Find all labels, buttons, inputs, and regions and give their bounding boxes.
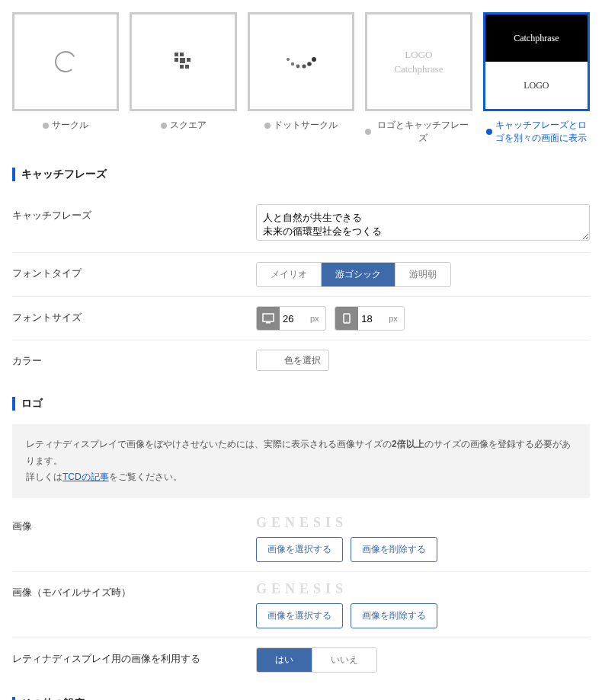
- catchphrase-color-label: カラー: [12, 350, 256, 368]
- layout-option-circle[interactable]: サークル: [12, 12, 119, 145]
- layout-preview-split: Catchphrase LOGO: [483, 12, 590, 111]
- logo-select-button[interactable]: 画像を選択する: [256, 537, 343, 562]
- layout-label-logo-catchphrase: ロゴとキャッチフレーズ: [374, 119, 472, 145]
- preview-split-top: Catchphrase: [485, 14, 588, 62]
- layout-label-split: キャッチフレーズとロゴを別々の画面に表示: [495, 119, 587, 145]
- svg-point-10: [296, 65, 300, 69]
- preview-logo-bottom: Catchphrase: [394, 62, 443, 77]
- field-font-size: フォントサイズ px px: [12, 297, 590, 340]
- font-size-desktop-group: px: [256, 306, 326, 331]
- catchphrase-color-button-label: 色を選択: [277, 354, 328, 367]
- logo-delete-button[interactable]: 画像を削除する: [351, 537, 437, 562]
- logo-mobile-select-button[interactable]: 画像を選択する: [256, 603, 343, 628]
- logo-mobile-delete-button[interactable]: 画像を削除する: [351, 603, 437, 628]
- field-logo-image: 画像 GENESIS 画像を選択する 画像を削除する: [12, 506, 590, 572]
- field-font-type: フォントタイプ メイリオ 游ゴシック 游明朝: [12, 253, 590, 297]
- font-type-yugothic[interactable]: 游ゴシック: [322, 263, 395, 286]
- logo-image-mobile-preview: GENESIS: [256, 581, 590, 597]
- svg-point-13: [312, 57, 316, 62]
- svg-rect-4: [180, 58, 185, 63]
- catchphrase-textarea[interactable]: 人と自然が共生できる 未来の循環型社会をつくる: [256, 204, 590, 241]
- layout-option-square[interactable]: スクエア: [130, 12, 236, 145]
- mobile-icon: [335, 307, 358, 330]
- layout-option-dot-circle[interactable]: ドットサークル: [248, 12, 354, 145]
- font-size-mobile-group: px: [335, 306, 405, 331]
- field-catchphrase-text: キャッチフレーズ 人と自然が共生できる 未来の循環型社会をつくる: [12, 195, 590, 253]
- size-unit-1: px: [310, 314, 325, 323]
- svg-rect-14: [263, 314, 274, 321]
- section-header-catchphrase: キャッチフレーズ: [12, 168, 590, 181]
- svg-point-9: [291, 62, 294, 66]
- section-header-logo: ロゴ: [12, 397, 590, 411]
- svg-rect-2: [180, 53, 184, 56]
- preview-split-bottom: LOGO: [485, 62, 588, 109]
- layout-preview-logo-catchphrase: LOGO Catchphrase: [365, 12, 472, 111]
- layout-preview-dot-circle: [248, 12, 354, 111]
- svg-point-0: [52, 48, 79, 75]
- layout-option-split[interactable]: Catchphrase LOGO キャッチフレーズとロゴを別々の画面に表示: [483, 12, 590, 145]
- field-catchphrase-color: カラー 色を選択: [12, 340, 590, 382]
- retina-segment: はい いいえ: [256, 647, 377, 673]
- svg-rect-7: [185, 65, 189, 69]
- font-type-segment: メイリオ 游ゴシック 游明朝: [256, 262, 451, 287]
- layout-label-dot-circle: ドットサークル: [274, 119, 338, 132]
- field-retina: レティナディスプレイ用の画像を利用する はい いいえ: [12, 638, 590, 682]
- font-type-meiryo[interactable]: メイリオ: [257, 263, 322, 286]
- svg-point-12: [307, 62, 312, 66]
- svg-rect-5: [187, 58, 191, 62]
- svg-point-17: [346, 321, 347, 322]
- square-loader-icon: [170, 48, 197, 75]
- catchphrase-text-label: キャッチフレーズ: [12, 204, 256, 222]
- tcd-article-link[interactable]: TCDの記事: [62, 471, 109, 482]
- logo-image-label: 画像: [12, 515, 256, 533]
- layout-preview-circle: [12, 12, 119, 111]
- catchphrase-color-picker[interactable]: 色を選択: [256, 350, 329, 371]
- font-size-label: フォントサイズ: [12, 306, 256, 324]
- svg-rect-1: [175, 53, 178, 56]
- logo-info-box: レティナディスプレイで画像をぼやけさせないためには、実際に表示される画像サイズの…: [12, 424, 590, 498]
- svg-rect-6: [180, 65, 184, 69]
- circle-loader-icon: [52, 48, 79, 75]
- preview-logo-top: LOGO: [394, 47, 443, 62]
- svg-rect-3: [175, 58, 178, 62]
- retina-yes[interactable]: はい: [257, 648, 312, 672]
- field-logo-image-mobile: 画像（モバイルサイズ時） GENESIS 画像を選択する 画像を削除する: [12, 572, 590, 638]
- logo-image-preview: GENESIS: [256, 515, 590, 531]
- section-header-other: その他の設定: [12, 697, 590, 700]
- layout-label-square: スクエア: [170, 119, 207, 132]
- svg-point-11: [302, 64, 306, 68]
- layout-preview-square: [130, 12, 236, 111]
- svg-point-8: [287, 58, 290, 61]
- desktop-icon: [257, 307, 280, 330]
- svg-rect-15: [266, 322, 271, 324]
- size-unit-2: px: [389, 314, 404, 323]
- dot-circle-loader-icon: [283, 50, 319, 73]
- layout-label-circle: サークル: [52, 119, 88, 132]
- font-type-label: フォントタイプ: [12, 262, 256, 280]
- retina-label: レティナディスプレイ用の画像を利用する: [12, 647, 256, 666]
- layout-options: サークル スクエア ドットサークル LOGO Catchphrase ロゴとキャ…: [12, 12, 590, 145]
- font-size-desktop-input[interactable]: [280, 308, 310, 329]
- font-type-yumincho[interactable]: 游明朝: [395, 263, 450, 286]
- retina-no[interactable]: いいえ: [312, 648, 376, 672]
- font-size-mobile-input[interactable]: [358, 308, 389, 329]
- catchphrase-color-swatch: [257, 350, 277, 370]
- logo-image-mobile-label: 画像（モバイルサイズ時）: [12, 581, 256, 599]
- layout-option-logo-catchphrase[interactable]: LOGO Catchphrase ロゴとキャッチフレーズ: [365, 12, 472, 145]
